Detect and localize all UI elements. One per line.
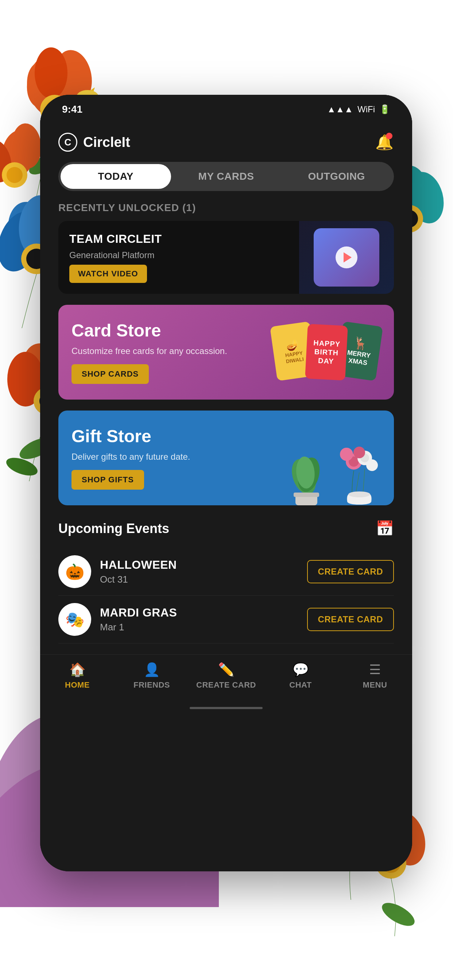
unlock-card: TEAM CIRCLEIT Generational Platform WATC… [58,221,394,294]
shop-gifts-button[interactable]: SHOP GIFTS [72,470,144,490]
card-store-background: Card Store Customize free cards for any … [58,305,394,399]
status-bar: 9:41 ▲▲▲ WiFi 🔋 [40,95,412,124]
mardi-gras-info: MARDI GRAS Mar 1 [100,606,298,633]
svg-point-9 [10,122,43,170]
watch-video-button[interactable]: WATCH VIDEO [69,265,147,283]
home-indicator-bar [190,707,263,709]
chat-label: CHAT [289,680,311,690]
logo-icon: C [58,133,77,152]
upcoming-events-title: Upcoming Events [58,521,169,536]
gift-store-banner: Gift Store Deliver gifts to any future d… [58,410,394,505]
app-header: C CircleIt 🔔 [40,124,412,162]
shop-cards-button[interactable]: SHOP CARDS [72,364,149,384]
nav-create-card[interactable]: ✏️ CREATE CARD [189,662,263,690]
mardi-gras-icon: 🎭 [58,603,91,636]
status-icons: ▲▲▲ WiFi 🔋 [327,104,390,115]
svg-point-3 [35,48,67,99]
menu-label: MENU [363,680,388,690]
mardi-gras-name: MARDI GRAS [100,606,298,619]
friends-icon: 👤 [144,662,160,678]
svg-point-37 [379,898,418,931]
battery-icon: 🔋 [379,104,390,115]
notification-button[interactable]: 🔔 [375,131,394,153]
nav-friends[interactable]: 👤 FRIENDS [115,662,189,690]
home-indicator [40,701,412,715]
svg-point-25 [4,454,40,479]
svg-point-8 [0,136,16,186]
create-card-label: CREATE CARD [196,680,256,690]
tab-my-cards[interactable]: MY CARDS [171,164,282,189]
halloween-name: HALLOWEEN [100,558,298,572]
home-icon: 🏠 [69,662,86,678]
menu-icon: ☰ [369,662,381,678]
wifi-icon: WiFi [357,104,375,115]
status-time: 9:41 [62,103,83,115]
event-row-mardi-gras: 🎭 MARDI GRAS Mar 1 CREATE CARD [58,596,394,643]
gift-store-info: Gift Store Deliver gifts to any future d… [58,415,394,501]
upcoming-events-header: Upcoming Events 📅 [58,520,394,537]
play-triangle-icon [344,252,352,262]
recently-unlocked-label: RECENTLY UNLOCKED (1) [40,202,412,221]
halloween-date: Oct 31 [100,574,298,585]
gift-store-description: Deliver gifts to any future date. [72,450,381,463]
svg-point-7 [0,127,39,180]
svg-point-10 [2,162,27,188]
halloween-info: HALLOWEEN Oct 31 [100,558,298,585]
bottom-navigation: 🏠 HOME 👤 FRIENDS ✏️ CREATE CARD 💬 CHAT ☰ [40,654,412,701]
card-store-banner: Card Store Customize free cards for any … [58,305,394,399]
signal-icon: ▲▲▲ [327,104,353,115]
unlock-info: TEAM CIRCLEIT Generational Platform WATC… [58,221,299,294]
svg-point-11 [6,167,22,183]
unlock-title: TEAM CIRCLEIT [69,232,288,246]
calendar-icon[interactable]: 📅 [376,520,394,537]
video-mockup [314,228,379,286]
nav-home[interactable]: 🏠 HOME [40,662,115,690]
unlock-video-thumbnail [299,221,394,294]
svg-point-20 [7,352,44,407]
mardi-gras-date: Mar 1 [100,622,298,633]
nav-chat[interactable]: 💬 CHAT [263,662,338,690]
card-store-info: Card Store Customize free cards for any … [58,310,394,395]
gift-store-title: Gift Store [72,426,381,446]
upcoming-events-section: Upcoming Events 📅 🎃 HALLOWEEN Oct 31 CRE… [40,520,412,643]
notification-dot [386,133,392,139]
create-card-mardi-gras-button[interactable]: CREATE CARD [307,608,394,631]
tab-bar: TODAY MY CARDS OUTGOING [58,162,394,191]
friends-label: FRIENDS [134,680,170,690]
home-label: HOME [65,680,90,690]
phone-content: 9:41 ▲▲▲ WiFi 🔋 C CircleIt 🔔 [40,95,412,871]
tab-today[interactable]: TODAY [61,164,171,189]
phone-frame: 9:41 ▲▲▲ WiFi 🔋 C CircleIt 🔔 [40,95,412,871]
app-name: CircleIt [83,135,130,150]
tab-outgoing[interactable]: OUTGOING [281,164,392,189]
chat-icon: 💬 [292,662,309,678]
logo-area: C CircleIt [58,133,130,152]
card-store-title: Card Store [72,320,381,340]
scene: 9:41 ▲▲▲ WiFi 🔋 C CircleIt 🔔 [0,0,453,980]
create-card-icon: ✏️ [218,662,234,678]
unlock-subtitle: Generational Platform [69,250,288,260]
event-row-halloween: 🎃 HALLOWEEN Oct 31 CREATE CARD [58,548,394,596]
play-button-icon [335,247,357,268]
card-store-description: Customize free cards for any occassion. [72,345,381,357]
halloween-icon: 🎃 [58,555,91,588]
create-card-halloween-button[interactable]: CREATE CARD [307,560,394,583]
nav-menu[interactable]: ☰ MENU [338,662,412,690]
